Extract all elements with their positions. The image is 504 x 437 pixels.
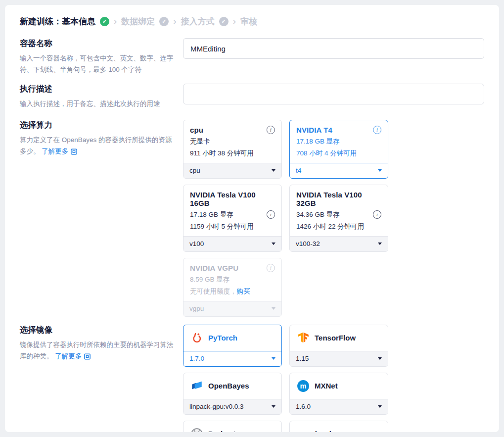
- chevron-down-icon: [378, 405, 382, 408]
- compute-section: 选择算力 算力定义了在 OpenBayes 的容器执行所提供的资源多少。 了解更…: [20, 120, 484, 317]
- image-card-pytorch[interactable]: PyTorch 1.7.0: [183, 325, 282, 367]
- image-version-select-tensorflow[interactable]: 1.15: [290, 351, 388, 366]
- compute-card-title: NVIDIA T4: [296, 126, 332, 134]
- info-icon[interactable]: i: [267, 264, 275, 272]
- info-icon[interactable]: i: [267, 126, 275, 134]
- image-version-select-mxnet[interactable]: 1.6.0: [290, 399, 388, 414]
- compute-type-select-v100[interactable]: v100: [183, 236, 281, 251]
- chevron-down-icon: [272, 357, 275, 360]
- info-icon[interactable]: i: [373, 126, 381, 134]
- container-name-desc: 输入一个容器名称，可包含中文、英文、数字、连字符、下划线、半角句号，最多 100…: [20, 53, 176, 76]
- mxnet-logo: m: [297, 380, 310, 392]
- compute-card-gpu-info: 34.36 GB 显存: [296, 210, 340, 219]
- new-training-form: 新建训练：基本信息 ✓ › 数据绑定 ✓ › 接入方式 ✓ › 审核 容器名称 …: [5, 5, 499, 432]
- compute-type-select-t4[interactable]: t4: [290, 163, 388, 178]
- container-name-label: 容器名称: [20, 38, 176, 49]
- container-name-row: 容器名称 输入一个容器名称，可包含中文、英文、数字、连字符、下划线、半角句号，最…: [20, 38, 484, 76]
- chevron-down-icon: [378, 357, 382, 360]
- compute-card-t4[interactable]: NVIDIA T4 i 17.18 GB 显存 708 小时 4 分钟可用 t4: [289, 120, 388, 179]
- tensorflow-logo: [297, 332, 310, 344]
- image-version-select-pytorch[interactable]: 1.7.0: [183, 351, 281, 366]
- exec-desc-hint: 输入执行描述，用于备忘、描述此次执行的用途: [20, 98, 176, 110]
- info-icon[interactable]: i: [267, 210, 275, 219]
- image-desc: 镜像提供了容器执行时所依赖的主要的机器学习算法库的种类。: [20, 341, 174, 360]
- compute-card-quota: 911 小时 38 分钟可用: [190, 149, 275, 158]
- chevron-down-icon: [378, 243, 382, 245]
- image-card-name: PyTorch: [208, 334, 237, 342]
- page-title: 新建训练：基本信息: [20, 16, 95, 27]
- openbayes-logo: [190, 380, 203, 392]
- breadcrumb-step-access-mode[interactable]: 接入方式: [181, 16, 215, 27]
- doc-icon: [84, 353, 91, 360]
- buy-quota-link[interactable]: 购买: [237, 288, 250, 295]
- image-learn-more-link[interactable]: 了解更多: [55, 351, 91, 362]
- compute-card-title: NVIDIA Tesla V100 32GB: [296, 191, 381, 207]
- compute-card-gpu-info: 17.18 GB 显存: [190, 210, 233, 219]
- chevron-down-icon: [378, 169, 382, 172]
- compute-learn-more-link[interactable]: 了解更多: [42, 146, 78, 157]
- image-section: 选择镜像 镜像提供了容器执行时所依赖的主要的机器学习算法库的种类。 了解更多: [20, 325, 484, 432]
- compute-label: 选择算力: [20, 120, 176, 131]
- compute-type-select-cpu[interactable]: cpu: [183, 163, 281, 178]
- compute-card-v100-16gb[interactable]: NVIDIA Tesla V100 16GB 17.18 GB 显存 i 115…: [183, 185, 282, 252]
- info-icon[interactable]: i: [373, 210, 381, 219]
- image-card-openbayes[interactable]: OpenBayes linpack-gpu:v0.0.3: [183, 373, 282, 415]
- compute-card-gpu-info: 无显卡: [190, 137, 275, 146]
- compute-type-select-v100-32[interactable]: v100-32: [290, 236, 388, 251]
- image-card-name: Darknet: [208, 430, 236, 432]
- image-card-darknet[interactable]: Darknet master: [183, 421, 282, 432]
- exec-desc-input[interactable]: [183, 84, 484, 104]
- image-version-select-openbayes[interactable]: linpack-gpu:v0.0.3: [183, 399, 281, 414]
- image-card-name: TensorFlow: [315, 334, 356, 342]
- step-complete-icon: ✓: [100, 17, 109, 26]
- image-card-cpp-develop[interactable]: cpp-develop pytorch-protobuf-grpc.2: [289, 421, 388, 432]
- step-check-icon: ✓: [159, 17, 169, 26]
- compute-card-quota: 1159 小时 5 分钟可用: [190, 222, 275, 231]
- chevron-down-icon: [272, 405, 275, 408]
- image-card-mxnet[interactable]: m MXNet 1.6.0: [289, 373, 388, 415]
- darknet-logo: [190, 428, 203, 432]
- step-check-icon: ✓: [219, 17, 229, 26]
- compute-card-quota: 1426 小时 22 分钟可用: [296, 222, 381, 231]
- breadcrumb: 新建训练：基本信息 ✓ › 数据绑定 ✓ › 接入方式 ✓ › 审核: [20, 16, 484, 27]
- chevron-right-icon: ›: [173, 16, 176, 27]
- container-name-input[interactable]: [183, 38, 484, 59]
- image-card-name: MXNet: [315, 382, 338, 390]
- svg-text:m: m: [300, 382, 307, 390]
- compute-card-title: NVIDIA VGPU: [190, 264, 238, 272]
- pytorch-logo: [190, 332, 203, 344]
- doc-icon: [70, 148, 78, 155]
- image-card-tensorflow[interactable]: TensorFlow 1.15: [289, 325, 388, 367]
- compute-card-gpu-info: 17.18 GB 显存: [296, 137, 381, 146]
- chevron-down-icon: [272, 169, 275, 172]
- exec-desc-label: 执行描述: [20, 84, 176, 95]
- chevron-down-icon: [272, 307, 275, 310]
- compute-card-vgpu: NVIDIA VGPU i 8.59 GB 显存 无可使用额度，购买 vgpu: [183, 258, 282, 317]
- compute-card-cpu[interactable]: cpu i 无显卡 911 小时 38 分钟可用 cpu: [183, 120, 282, 179]
- compute-card-v100-32gb[interactable]: NVIDIA Tesla V100 32GB 34.36 GB 显存 i 142…: [289, 185, 388, 252]
- image-label: 选择镜像: [20, 325, 176, 336]
- compute-card-title: cpu: [190, 126, 203, 134]
- image-card-name: OpenBayes: [208, 382, 249, 390]
- compute-card-title: NVIDIA Tesla V100 16GB: [190, 191, 275, 207]
- exec-desc-row: 执行描述 输入执行描述，用于备忘、描述此次执行的用途: [20, 84, 484, 110]
- compute-card-quota: 无可使用额度，: [190, 288, 237, 295]
- chevron-right-icon: ›: [114, 16, 117, 27]
- chevron-right-icon: ›: [233, 16, 236, 27]
- image-card-name: cpp-develop: [297, 430, 340, 432]
- compute-card-quota: 708 小时 4 分钟可用: [296, 149, 381, 158]
- compute-card-gpu-info: 8.59 GB 显存: [190, 275, 275, 284]
- breadcrumb-step-review[interactable]: 审核: [240, 16, 257, 27]
- compute-type-select-vgpu: vgpu: [183, 301, 281, 316]
- chevron-down-icon: [272, 243, 275, 245]
- breadcrumb-step-data-binding[interactable]: 数据绑定: [121, 16, 155, 27]
